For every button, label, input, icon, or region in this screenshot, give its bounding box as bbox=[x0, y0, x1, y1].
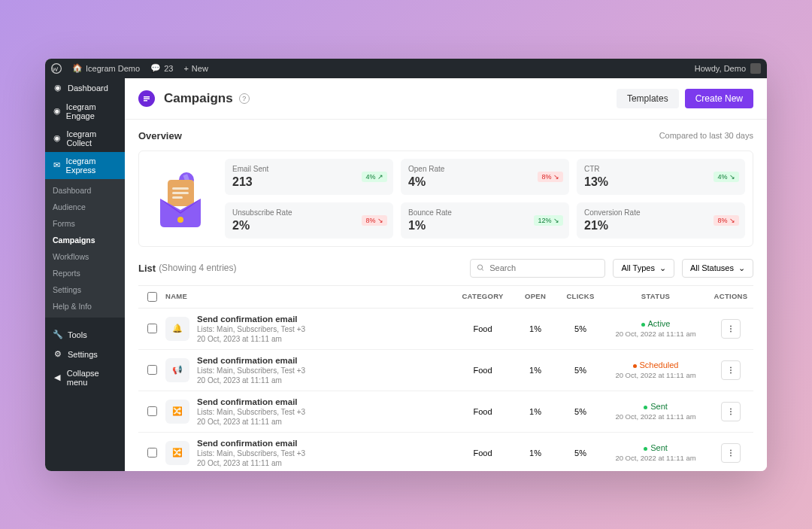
col-open: OPEN bbox=[513, 292, 558, 302]
nav-icon: ⚙ bbox=[53, 349, 63, 360]
sidebar-sub-item[interactable]: Dashboard bbox=[45, 182, 125, 199]
filter-types-dropdown[interactable]: All Types ⌄ bbox=[613, 259, 674, 278]
sidebar-item-label: Icegram Express bbox=[66, 157, 117, 175]
sidebar-item[interactable]: ◉Icegram Collect bbox=[45, 125, 125, 152]
sidebar-item[interactable]: ◀Collapse menu bbox=[45, 364, 125, 391]
sidebar-item-label: Settings bbox=[68, 350, 98, 359]
col-name: NAME bbox=[165, 292, 453, 302]
sidebar-sub-item[interactable]: Audience bbox=[45, 199, 125, 215]
svg-rect-7 bbox=[172, 192, 189, 194]
filter-types-label: All Types bbox=[621, 263, 654, 272]
sidebar-item[interactable]: ◉Dashboard bbox=[45, 78, 125, 98]
sidebar-sub-item[interactable]: Settings bbox=[45, 281, 125, 298]
table-row: 📢 Send confirmation email Lists: Main, S… bbox=[138, 350, 753, 391]
campaign-type-icon: 📢 bbox=[165, 358, 189, 382]
row-checkbox[interactable] bbox=[147, 324, 157, 333]
svg-point-19 bbox=[730, 411, 732, 412]
campaign-category: Food bbox=[453, 324, 513, 333]
table-header: NAME CATEGORY OPEN CLICKS STATUS ACTIONS bbox=[138, 285, 753, 309]
campaign-category: Food bbox=[453, 366, 513, 375]
campaign-clicks: 5% bbox=[558, 407, 603, 416]
sidebar-item[interactable]: ◉Icegram Engage bbox=[45, 98, 125, 125]
create-new-button[interactable]: Create New bbox=[685, 89, 753, 108]
chevron-down-icon: ⌄ bbox=[738, 263, 745, 273]
row-actions-button[interactable] bbox=[721, 319, 741, 339]
sidebar-sub-item[interactable]: Campaigns bbox=[45, 232, 125, 248]
metric-change-badge: 8% ↘ bbox=[362, 215, 387, 226]
metric-card: Conversion Rate 21% 8% ↘ bbox=[577, 202, 745, 239]
wp-logo-icon[interactable] bbox=[51, 63, 62, 74]
svg-line-11 bbox=[482, 269, 483, 270]
status-badge: Scheduled bbox=[603, 360, 708, 369]
svg-point-9 bbox=[177, 217, 183, 223]
new-link[interactable]: + New bbox=[183, 64, 208, 73]
content-area: Campaigns ? Templates Create New Overvie… bbox=[125, 78, 767, 471]
nav-icon: ◀ bbox=[53, 372, 62, 383]
status-date: 20 Oct, 2022 at 11:11 am bbox=[603, 454, 708, 462]
svg-rect-6 bbox=[172, 187, 189, 190]
metric-change-badge: 12% ↘ bbox=[534, 215, 563, 226]
svg-point-13 bbox=[730, 328, 732, 330]
sidebar-item[interactable]: ⚙Settings bbox=[45, 345, 125, 364]
avatar[interactable] bbox=[750, 63, 761, 74]
campaign-category: Food bbox=[453, 407, 513, 416]
search-box[interactable] bbox=[470, 259, 605, 278]
svg-point-14 bbox=[730, 330, 732, 332]
metric-change-badge: 4% ↘ bbox=[714, 172, 739, 182]
status-date: 20 Oct, 2022 at 11:11 am bbox=[603, 330, 708, 338]
search-input[interactable] bbox=[489, 263, 598, 272]
campaign-clicks: 5% bbox=[558, 448, 603, 458]
templates-button[interactable]: Templates bbox=[617, 89, 679, 108]
campaign-open-rate: 1% bbox=[513, 324, 558, 333]
campaign-name[interactable]: Send confirmation email bbox=[197, 356, 305, 365]
sidebar-item-icegram-express[interactable]: ✉ Icegram Express bbox=[45, 152, 125, 179]
campaign-lists: Lists: Main, Subscribers, Test +3 bbox=[197, 325, 305, 333]
page-header: Campaigns ? Templates Create New bbox=[125, 78, 767, 120]
metric-card: Open Rate 4% 8% ↘ bbox=[401, 159, 569, 195]
sidebar-item[interactable]: 🔧Tools bbox=[45, 325, 125, 345]
campaign-name[interactable]: Send confirmation email bbox=[197, 397, 305, 406]
table-row: 🔔 Send confirmation email Lists: Main, S… bbox=[138, 309, 753, 350]
overview-panel: Email Sent 213 4% ↗Open Rate 4% 8% ↘CTR … bbox=[138, 150, 753, 247]
comments-link[interactable]: 💬 23 bbox=[150, 63, 173, 73]
row-actions-button[interactable] bbox=[721, 402, 741, 421]
admin-bar: 🏠 Icegram Demo 💬 23 + New Howdy, Demo bbox=[45, 59, 767, 78]
svg-point-21 bbox=[730, 449, 732, 451]
status-badge: Sent bbox=[603, 443, 708, 452]
sidebar-sub-item[interactable]: Help & Info bbox=[45, 298, 125, 315]
sidebar-sub-item[interactable]: Reports bbox=[45, 265, 125, 281]
search-icon bbox=[477, 263, 485, 272]
svg-point-17 bbox=[730, 372, 732, 373]
row-checkbox[interactable] bbox=[147, 448, 157, 458]
metric-change-badge: 4% ↗ bbox=[362, 172, 387, 182]
filter-statuses-dropdown[interactable]: All Statuses ⌄ bbox=[682, 259, 753, 278]
table-row: 🔀 Send confirmation email Lists: Main, S… bbox=[138, 433, 753, 471]
col-category: CATEGORY bbox=[453, 292, 513, 302]
list-title: List bbox=[138, 263, 156, 274]
select-all-checkbox[interactable] bbox=[147, 292, 157, 302]
campaign-name[interactable]: Send confirmation email bbox=[197, 439, 305, 448]
sidebar-sub-item[interactable]: Forms bbox=[45, 215, 125, 232]
svg-rect-2 bbox=[144, 98, 150, 99]
sidebar-sub-item[interactable]: Workflows bbox=[45, 248, 125, 265]
campaign-date: 20 Oct, 2023 at 11:11 am bbox=[197, 418, 305, 426]
campaign-date: 20 Oct, 2023 at 11:11 am bbox=[197, 459, 305, 467]
campaign-lists: Lists: Main, Subscribers, Test +3 bbox=[197, 366, 305, 375]
row-actions-button[interactable] bbox=[721, 443, 741, 463]
help-icon[interactable]: ? bbox=[239, 93, 250, 104]
metric-card: Unsubscribe Rate 2% 8% ↘ bbox=[225, 202, 393, 239]
status-badge: Active bbox=[603, 319, 708, 328]
row-checkbox[interactable] bbox=[147, 406, 157, 416]
svg-point-10 bbox=[478, 265, 483, 269]
row-checkbox[interactable] bbox=[147, 365, 157, 375]
overview-title: Overview bbox=[138, 130, 182, 141]
greeting-text[interactable]: Howdy, Demo bbox=[695, 64, 746, 73]
table-row: 🔀 Send confirmation email Lists: Main, S… bbox=[138, 391, 753, 433]
site-name-link[interactable]: 🏠 Icegram Demo bbox=[72, 63, 140, 73]
sidebar-item-label: Tools bbox=[68, 330, 87, 339]
campaign-name[interactable]: Send confirmation email bbox=[197, 315, 305, 324]
more-vertical-icon bbox=[726, 324, 735, 333]
row-actions-button[interactable] bbox=[721, 360, 741, 380]
campaign-date: 20 Oct, 2023 at 11:11 am bbox=[197, 335, 305, 343]
nav-icon: ◉ bbox=[53, 133, 62, 144]
